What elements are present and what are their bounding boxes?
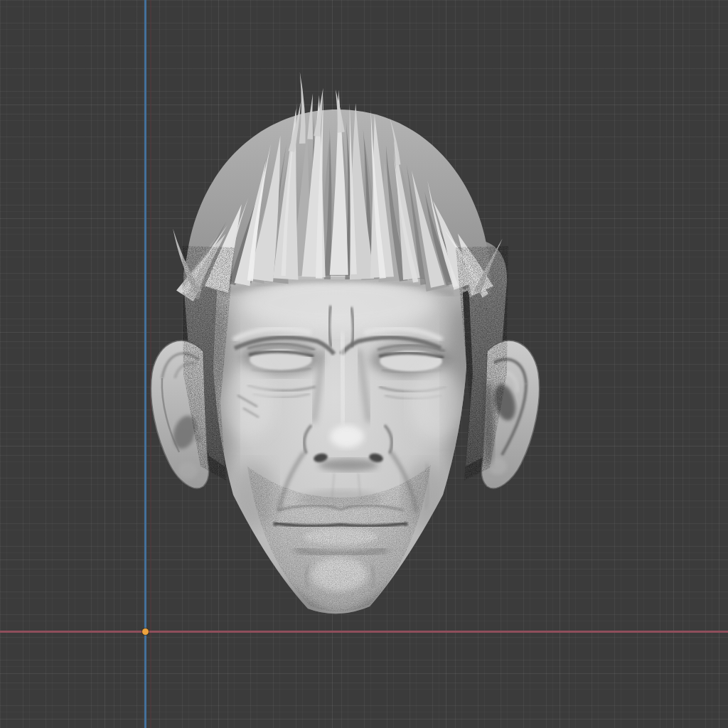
viewport-canvas[interactable]: [0, 0, 728, 728]
axis-x-line: [0, 631, 728, 633]
model-head[interactable]: [141, 68, 550, 630]
